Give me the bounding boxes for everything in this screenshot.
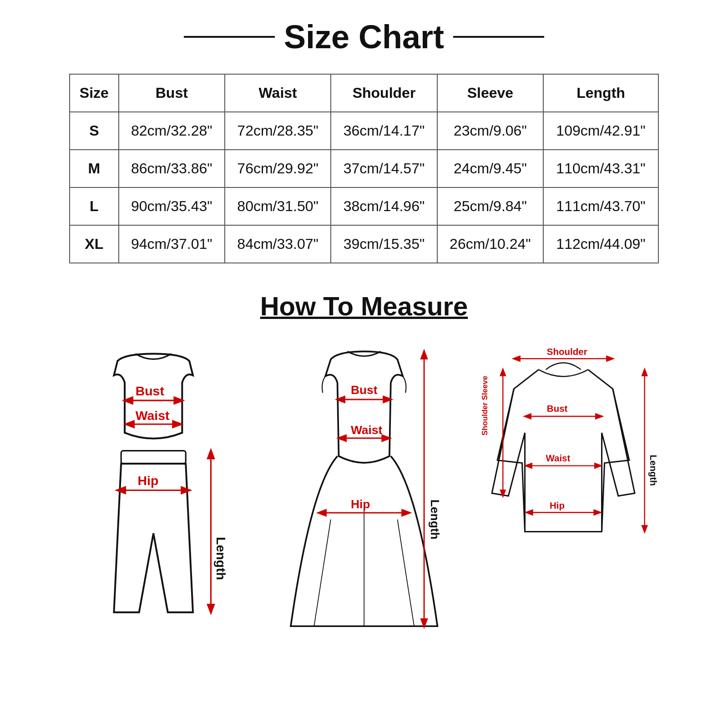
longsleeve-svg: Shoulder Bust Waist Hip Shoulder Sleeve … <box>481 339 667 625</box>
svg-rect-4 <box>121 451 186 464</box>
table-header: Length <box>543 74 658 112</box>
diagram-dress: Bust Waist Hip Length <box>271 339 457 699</box>
svg-text:Hip: Hip <box>351 497 370 511</box>
svg-line-11 <box>397 520 414 627</box>
svg-line-9 <box>314 520 331 627</box>
title-section: Size Chart <box>36 18 692 56</box>
table-cell: 80cm/31.50" <box>225 187 331 225</box>
table-cell: 82cm/32.28" <box>119 112 225 150</box>
table-cell: L <box>70 187 119 225</box>
table-cell: 112cm/44.09" <box>543 225 658 263</box>
svg-text:Length: Length <box>648 455 659 485</box>
size-table: SizeBustWaistShoulderSleeveLength S82cm/… <box>69 74 659 263</box>
table-row: L90cm/35.43"80cm/31.50"38cm/14.96"25cm/9… <box>70 187 658 225</box>
diagram-pants: Bust Waist Hip Length <box>60 339 247 713</box>
svg-text:Waist: Waist <box>546 453 571 463</box>
svg-text:Hip: Hip <box>550 500 565 511</box>
svg-text:Length: Length <box>428 500 442 540</box>
svg-text:Shoulder: Shoulder <box>547 346 587 357</box>
table-header: Shoulder <box>331 74 437 112</box>
title-line-left <box>184 36 275 38</box>
table-cell: 37cm/14.57" <box>331 150 437 187</box>
table-cell: 24cm/9.45" <box>437 150 543 187</box>
table-header: Waist <box>225 74 331 112</box>
table-cell: 86cm/33.86" <box>119 150 225 187</box>
table-cell: 84cm/33.07" <box>225 225 331 263</box>
table-cell: 36cm/14.17" <box>331 112 437 150</box>
svg-text:Hip: Hip <box>138 473 159 488</box>
svg-text:Waist: Waist <box>351 423 383 437</box>
table-cell: 38cm/14.96" <box>331 187 437 225</box>
table-cell: 110cm/43.31" <box>543 150 658 187</box>
table-cell: 90cm/35.43" <box>119 187 225 225</box>
diagram-longsleeve: Shoulder Bust Waist Hip Shoulder Sleeve … <box>481 339 667 625</box>
svg-text:Bust: Bust <box>547 403 568 414</box>
table-cell: 26cm/10.24" <box>437 225 543 263</box>
svg-text:Length: Length <box>214 537 228 580</box>
table-cell: 94cm/37.01" <box>119 225 225 263</box>
table-row: S82cm/32.28"72cm/28.35"36cm/14.17"23cm/9… <box>70 112 658 150</box>
pants-svg: Bust Waist Hip Length <box>60 339 247 713</box>
title-line-right <box>453 36 544 38</box>
dress-svg: Bust Waist Hip Length <box>271 339 457 699</box>
svg-text:Bust: Bust <box>351 383 378 397</box>
page-title: Size Chart <box>284 18 444 56</box>
svg-text:Waist: Waist <box>136 408 170 423</box>
table-header: Bust <box>119 74 225 112</box>
table-row: XL94cm/37.01"84cm/33.07"39cm/15.35"26cm/… <box>70 225 658 263</box>
table-cell: 109cm/42.91" <box>543 112 658 150</box>
svg-text:Shoulder Sleeve: Shoulder Sleeve <box>481 376 489 435</box>
table-header: Size <box>70 74 119 112</box>
table-cell: M <box>70 150 119 187</box>
diagrams-section: Bust Waist Hip Length <box>53 339 675 713</box>
table-cell: 23cm/9.06" <box>437 112 543 150</box>
table-cell: XL <box>70 225 119 263</box>
table-cell: 76cm/29.92" <box>225 150 331 187</box>
how-to-measure-title: How To Measure <box>260 291 468 321</box>
table-header: Sleeve <box>437 74 543 112</box>
table-row: M86cm/33.86"76cm/29.92"37cm/14.57"24cm/9… <box>70 150 658 187</box>
table-cell: 72cm/28.35" <box>225 112 331 150</box>
table-cell: S <box>70 112 119 150</box>
table-cell: 39cm/15.35" <box>331 225 437 263</box>
svg-text:Bust: Bust <box>136 384 165 398</box>
table-cell: 111cm/43.70" <box>543 187 658 225</box>
table-cell: 25cm/9.84" <box>437 187 543 225</box>
